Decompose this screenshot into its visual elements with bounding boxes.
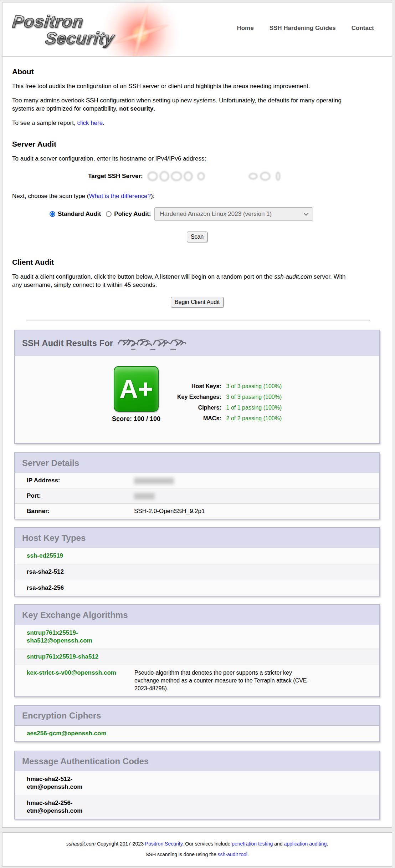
positron-security-logo: Positron Security xyxy=(10,7,178,57)
table-row: sntrup761x25519-sha512 xyxy=(15,649,379,665)
stat-row-ciphers: Ciphers: 1 of 1 passing (100%) xyxy=(177,402,282,413)
score-label: Score: 100 / 100 xyxy=(102,415,170,423)
policy-audit-radio[interactable] xyxy=(106,211,112,217)
server-details-header: Server Details xyxy=(15,453,379,473)
about-heading: About xyxy=(12,67,382,76)
policy-select-value: Hardened Amazon Linux 2023 (version 1) xyxy=(160,210,272,218)
footer-sshaudit-italic: sshaudit.com xyxy=(66,841,96,847)
stat-value: 2 of 2 passing (100%) xyxy=(226,413,282,424)
site-footer: sshaudit.com Copyright 2017-2023 Positro… xyxy=(2,832,392,867)
about-paragraph-1: This free tool audits the configuration … xyxy=(12,82,354,90)
encryption-ciphers-panel: Encryption Ciphers aes256-gcm@openssh.co… xyxy=(14,705,380,742)
policy-audit-label[interactable]: Policy Audit: xyxy=(114,210,151,218)
server-audit-intro: To audit a server configuration, enter i… xyxy=(12,154,354,163)
not-security-emphasis: not security xyxy=(119,105,153,112)
policy-select-dropdown[interactable]: Hardened Amazon Linux 2023 (version 1) xyxy=(154,207,313,221)
footer-link-penetration-testing[interactable]: penetration testing xyxy=(232,841,273,847)
client-audit-heading: Client Audit xyxy=(12,258,382,267)
chevron-down-icon xyxy=(304,211,309,216)
main-nav: Home SSH Hardening Guides Contact xyxy=(237,25,374,32)
footer-line-2: SSH scanning is done using the ssh-audit… xyxy=(2,849,392,860)
footer-link-positron-security[interactable]: Positron Security xyxy=(145,841,183,847)
ssh-audit-results-panel: SSH Audit Results For A+ xyxy=(14,330,380,444)
table-row: ssh-ed25519 xyxy=(15,548,379,564)
redacted-port-value xyxy=(134,493,155,499)
mac-name: hmac-sha2-512-etm@openssh.com xyxy=(15,771,134,795)
stat-label: Host Keys: xyxy=(177,381,226,392)
table-row-ip-address: IP Address: xyxy=(15,473,379,488)
begin-client-audit-button[interactable]: Begin Client Audit xyxy=(171,297,224,308)
kex-name: kex-strict-s-v00@openssh.com xyxy=(15,665,134,696)
table-row: aes256-gcm@openssh.com xyxy=(15,726,379,741)
grade-badge: A+ xyxy=(114,366,159,412)
scan-type-radio-row: Standard Audit Policy Audit: Hardened Am… xyxy=(50,207,382,221)
kex-note xyxy=(134,625,328,649)
server-details-panel: Server Details IP Address: Port: Banner:… xyxy=(14,452,380,519)
table-row: kex-strict-s-v00@openssh.com Pseudo-algo… xyxy=(15,665,379,696)
stat-row-macs: MACs: 2 of 2 passing (100%) xyxy=(177,413,282,424)
stat-value: 3 of 3 passing (100%) xyxy=(226,381,282,392)
host-key-name: rsa-sha2-256 xyxy=(15,580,134,596)
table-row: hmac-sha2-256-etm@openssh.com xyxy=(15,795,379,819)
table-row-port: Port: xyxy=(15,488,379,504)
macs-header: Message Authentication Codes xyxy=(15,751,379,771)
stat-row-key-exchanges: Key Exchanges: 3 of 3 passing (100%) xyxy=(177,392,282,402)
host-key-name: rsa-sha2-512 xyxy=(15,564,134,580)
redacted-hostname-scribble xyxy=(117,336,186,351)
table-row: hmac-sha2-512-etm@openssh.com xyxy=(15,771,379,795)
kex-name: sntrup761x25519-sha512 xyxy=(15,649,134,665)
host-key-name: ssh-ed25519 xyxy=(15,548,134,564)
target-server-label: Target SSH Server: xyxy=(88,173,143,180)
key-exchange-header: Key Exchange Algorithms xyxy=(15,605,379,625)
encryption-ciphers-header: Encryption Ciphers xyxy=(15,706,379,726)
host-key-types-panel: Host Key Types ssh-ed25519 rsa-sha2-512 … xyxy=(14,527,380,597)
footer-link-application-auditing[interactable]: application auditing xyxy=(284,841,327,847)
stat-row-host-keys: Host Keys: 3 of 3 passing (100%) xyxy=(177,381,282,392)
scan-button[interactable]: Scan xyxy=(187,232,207,242)
stat-value: 1 of 1 passing (100%) xyxy=(226,402,282,413)
section-divider xyxy=(26,320,370,320)
site-header: Positron Security Home SSH Hardening Gui… xyxy=(2,2,392,57)
logo-word-security: Security xyxy=(44,29,115,48)
footer-link-ssh-audit-tool[interactable]: ssh-audit tool xyxy=(218,852,247,857)
macs-panel: Message Authentication Codes hmac-sha2-5… xyxy=(14,751,380,819)
cipher-name: aes256-gcm@openssh.com xyxy=(15,726,134,741)
stat-label: Ciphers: xyxy=(177,402,226,413)
grade-letter: A+ xyxy=(119,374,153,403)
stat-value: 3 of 3 passing (100%) xyxy=(226,392,282,402)
results-panel-body: A+ Score: 100 / 100 Host Keys: 3 of 3 pa… xyxy=(15,356,379,443)
row-value-redacted xyxy=(134,473,379,488)
kex-note: Pseudo-algorithm that denotes the peer s… xyxy=(134,665,328,696)
nav-link-ssh-hardening-guides[interactable]: SSH Hardening Guides xyxy=(270,25,336,32)
standard-audit-radio[interactable] xyxy=(50,211,55,217)
kex-note xyxy=(134,649,328,665)
target-server-row: Target SSH Server: xyxy=(88,170,382,183)
target-server-input-redacted[interactable] xyxy=(146,170,286,183)
mac-name: hmac-sha2-256-etm@openssh.com xyxy=(15,795,134,819)
client-audit-paragraph: To audit a client configuration, click t… xyxy=(12,273,354,289)
table-row: rsa-sha2-512 xyxy=(15,564,379,580)
row-label: Port: xyxy=(15,488,134,503)
main-content-box: Positron Security Home SSH Hardening Gui… xyxy=(2,2,392,828)
about-paragraph-2: Too many admins overlook SSH configurati… xyxy=(12,96,354,113)
ssh-audit-com-italic: ssh-audit.com xyxy=(274,273,312,280)
results-panel-header: SSH Audit Results For xyxy=(15,330,379,356)
nav-link-contact[interactable]: Contact xyxy=(352,25,374,32)
scan-type-difference-link[interactable]: What is the difference? xyxy=(89,193,151,199)
about-paragraph-3: To see a sample report, click here. xyxy=(12,119,354,127)
row-label: IP Address: xyxy=(15,473,134,488)
nav-link-home[interactable]: Home xyxy=(237,25,253,32)
sample-report-link[interactable]: click here xyxy=(77,120,103,126)
footer-line-1: sshaudit.com Copyright 2017-2023 Positro… xyxy=(2,838,392,849)
row-label: Banner: xyxy=(15,504,134,519)
stat-label: MACs: xyxy=(177,413,226,424)
table-row: sntrup761x25519-sha512@openssh.com xyxy=(15,625,379,649)
key-exchange-panel: Key Exchange Algorithms sntrup761x25519-… xyxy=(14,604,380,697)
banner-value: SSH-2.0-OpenSSH_9.2p1 xyxy=(134,504,379,519)
results-panel-title: SSH Audit Results For xyxy=(22,338,113,348)
grade-block: A+ Score: 100 / 100 xyxy=(102,366,170,424)
table-row-banner: Banner: SSH-2.0-OpenSSH_9.2p1 xyxy=(15,504,379,519)
standard-audit-label[interactable]: Standard Audit xyxy=(58,210,101,218)
row-value-redacted xyxy=(134,488,379,503)
table-row: rsa-sha2-256 xyxy=(15,580,379,596)
